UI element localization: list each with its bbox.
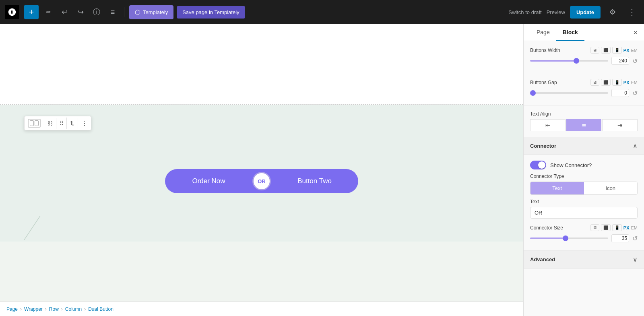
switch-draft-button[interactable]: Switch to draft [508, 9, 541, 15]
buttons-gap-desktop-icon[interactable]: 🖥 [590, 79, 599, 86]
buttons-width-desktop-icon[interactable]: 🖥 [590, 47, 599, 54]
settings-gear-button[interactable]: ⚙ [605, 5, 620, 19]
buttons-gap-em[interactable]: EM [631, 80, 638, 85]
buttons-width-tablet-icon[interactable]: ⬛ [601, 47, 611, 54]
connector-type-label: Connector Type [530, 173, 638, 179]
order-now-button[interactable]: Order Now [165, 177, 252, 185]
connector-type-icon-button[interactable]: Icon [584, 182, 638, 194]
move-arrows[interactable]: ⇅ [67, 118, 78, 129]
toggle-track [530, 161, 546, 169]
wp-logo[interactable] [5, 5, 19, 19]
add-block-button[interactable]: + [24, 5, 39, 19]
connector-text: OR [258, 178, 266, 184]
advanced-section-header[interactable]: Advanced ∨ [524, 251, 644, 268]
breadcrumb-dual-button[interactable]: Dual Button [88, 306, 114, 312]
list-view-button[interactable]: ≡ [106, 6, 119, 19]
breadcrumb-row[interactable]: Row [49, 306, 59, 312]
buttons-width-slider[interactable] [530, 60, 608, 62]
breadcrumb-sep1: › [20, 306, 22, 312]
connector-size-desktop-icon[interactable]: 🖥 [590, 224, 599, 231]
connector-size-mobile-icon[interactable]: 📱 [612, 224, 622, 231]
buttons-width-mobile-icon[interactable]: 📱 [612, 47, 622, 54]
align-right-button[interactable]: ⇥ [602, 119, 638, 131]
buttons-width-units: 🖥 ⬛ 📱 PX EM [590, 47, 638, 54]
text-align-label: Text Align [530, 111, 638, 117]
button-two-button[interactable]: Button Two [271, 177, 358, 185]
more-options-button[interactable]: ⋮ [625, 5, 639, 19]
connector-section-header[interactable]: Connector ∧ [524, 137, 644, 155]
block-toolbar: ⛓ ⠿ ⇅ ⋮ [24, 116, 91, 130]
buttons-gap-reset[interactable]: ↺ [632, 89, 638, 97]
align-left-icon: ⇤ [545, 122, 550, 128]
buttons-width-section: Buttons Width 🖥 ⬛ 📱 PX EM 240 ↺ [524, 41, 644, 73]
connector-size-label: Connector Size [530, 225, 590, 231]
buttons-gap-tablet-icon[interactable]: ⬛ [601, 79, 611, 86]
toggle-thumb [538, 161, 545, 169]
undo-button[interactable]: ↩ [58, 6, 71, 19]
buttons-gap-slider[interactable] [530, 92, 608, 94]
show-connector-label: Show Connector? [550, 162, 592, 168]
block-type-selector[interactable] [25, 116, 44, 130]
edit-button[interactable]: ✏ [42, 6, 55, 19]
update-button[interactable]: Update [570, 6, 601, 19]
connector-size-tablet-icon[interactable]: ⬛ [601, 224, 611, 231]
buttons-gap-px[interactable]: PX [623, 80, 630, 85]
buttons-gap-label: Buttons Gap [530, 80, 590, 85]
main-layout: ⛓ ⠿ ⇅ ⋮ Order Now [0, 24, 644, 316]
drag-icon: ⠿ [60, 120, 63, 126]
buttons-gap-mobile-icon[interactable]: 📱 [612, 79, 622, 86]
buttons-width-reset[interactable]: ↺ [632, 57, 638, 65]
right-panel: Page Block × Buttons Width 🖥 ⬛ 📱 PX EM [523, 24, 644, 316]
canvas-scroll-container: ⛓ ⠿ ⇅ ⋮ Order Now [0, 24, 523, 302]
connector-size-px[interactable]: PX [623, 225, 630, 230]
redo-button[interactable]: ↪ [74, 6, 87, 19]
connector-size-em[interactable]: EM [631, 225, 638, 230]
save-templately-button[interactable]: Save page in Templately [177, 6, 245, 19]
tab-block[interactable]: Block [556, 24, 584, 41]
advanced-chevron-icon: ∨ [633, 256, 638, 263]
buttons-gap-value[interactable]: 0 [611, 89, 629, 97]
breadcrumb-page[interactable]: Page [6, 306, 18, 312]
panel-tabs: Page Block × [524, 24, 644, 41]
canvas-section-top [0, 24, 523, 105]
breadcrumb-sep4: › [84, 306, 86, 312]
buttons-width-label: Buttons Width [530, 48, 590, 53]
templately-button[interactable]: ⬡ Templately [129, 5, 173, 19]
buttons-gap-section: Buttons Gap 🖥 ⬛ 📱 PX EM 0 ↺ [524, 73, 644, 105]
dots-icon: ⋮ [81, 120, 88, 127]
breadcrumb-sep2: › [45, 306, 47, 312]
preview-button[interactable]: Preview [547, 9, 565, 15]
connector-text-field-label: Text [530, 199, 638, 204]
show-connector-row: Show Connector? [530, 161, 638, 169]
breadcrumb-column[interactable]: Column [65, 306, 82, 312]
buttons-gap-control-row: Buttons Gap 🖥 ⬛ 📱 PX EM [530, 79, 638, 86]
link-icon[interactable]: ⛓ [44, 118, 56, 129]
connector-text-input[interactable] [530, 207, 638, 219]
breadcrumb-wrapper[interactable]: Wrapper [24, 306, 43, 312]
buttons-width-px[interactable]: PX [623, 48, 630, 53]
arrows-icon: ⇅ [70, 120, 74, 126]
tab-page[interactable]: Page [530, 24, 556, 41]
text-align-buttons: ⇤ ≣ ⇥ [530, 119, 638, 131]
canvas-main[interactable]: ⛓ ⠿ ⇅ ⋮ Order Now [0, 24, 523, 302]
connector-size-value[interactable]: 35 [611, 234, 629, 242]
info-button[interactable]: ⓘ [90, 6, 103, 19]
drag-handle[interactable]: ⠿ [56, 118, 67, 129]
connector-type-text-button[interactable]: Text [530, 182, 584, 194]
align-left-button[interactable]: ⇤ [530, 119, 566, 131]
connector-size-reset[interactable]: ↺ [632, 235, 638, 242]
buttons-width-em[interactable]: EM [631, 48, 638, 53]
connector-size-slider[interactable] [530, 238, 608, 239]
block-more-options[interactable]: ⋮ [78, 117, 91, 130]
align-center-button[interactable]: ≣ [566, 119, 602, 131]
panel-body: Buttons Width 🖥 ⬛ 📱 PX EM 240 ↺ [524, 41, 644, 316]
dual-button-widget[interactable]: Order Now OR Button Two [165, 169, 358, 193]
connector-size-units: 🖥 ⬛ 📱 PX EM [590, 224, 638, 231]
advanced-section-label: Advanced [530, 256, 555, 262]
panel-close-button[interactable]: × [633, 29, 638, 36]
buttons-width-value[interactable]: 240 [611, 57, 629, 65]
show-connector-toggle[interactable] [530, 161, 546, 169]
templately-label: Templately [143, 9, 168, 15]
buttons-width-slider-row: 240 ↺ [530, 57, 638, 65]
breadcrumb: Page › Wrapper › Row › Column › Dual But… [0, 302, 523, 316]
